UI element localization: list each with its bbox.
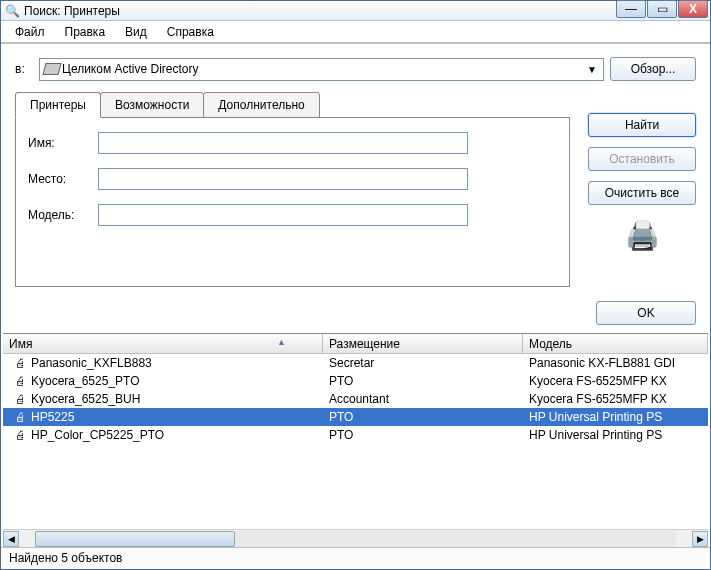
col-header-location[interactable]: Размещение (323, 334, 523, 353)
tabs-body: Имя: Место: Модель: (15, 117, 570, 287)
tab-features[interactable]: Возможности (100, 92, 204, 118)
cell-name: HP_Color_CP5225_PTO (25, 428, 170, 442)
scope-value: Целиком Active Directory (62, 62, 199, 76)
clear-button[interactable]: Очистить все (588, 181, 696, 205)
input-name[interactable] (98, 132, 468, 154)
cell-location: PTO (323, 410, 523, 424)
menu-edit[interactable]: Правка (57, 22, 114, 42)
menu-view[interactable]: Вид (117, 22, 155, 42)
tab-advanced[interactable]: Дополнительно (203, 92, 319, 118)
cell-name: HP5225 (25, 410, 80, 424)
table-row[interactable]: 🖨Kyocera_6525_BUHAccountantKyocera FS-65… (3, 390, 708, 408)
tabs-head: Принтеры Возможности Дополнительно (15, 92, 570, 118)
label-name: Имя: (28, 136, 98, 150)
table-row[interactable]: 🖨Kyocera_6525_PTOPTOKyocera FS-6525MFP K… (3, 372, 708, 390)
row-location: Место: (28, 168, 557, 190)
statusbar: Найдено 5 объектов (1, 547, 710, 569)
printer-icon: 🖨 (9, 410, 23, 424)
main-row: Принтеры Возможности Дополнительно Имя: … (1, 85, 710, 287)
scope-dropdown[interactable]: Целиком Active Directory ▼ (39, 58, 604, 81)
menu-file[interactable]: Файл (7, 22, 53, 42)
window-title: Поиск: Принтеры (24, 4, 120, 18)
scroll-thumb[interactable] (35, 531, 235, 547)
results-header: Имя ▲ Размещение Модель (3, 334, 708, 354)
tab-printers[interactable]: Принтеры (15, 92, 101, 118)
scroll-left-button[interactable]: ◀ (3, 531, 19, 547)
cell-name: Panasonic_KXFLB883 (25, 356, 158, 370)
row-model: Модель: (28, 204, 557, 226)
minimize-button[interactable]: — (616, 0, 646, 18)
label-location: Место: (28, 172, 98, 186)
input-model[interactable] (98, 204, 468, 226)
menu-help[interactable]: Справка (159, 22, 222, 42)
cell-model: HP Universal Printing PS (523, 410, 708, 424)
cell-location: Accountant (323, 392, 523, 406)
find-button[interactable]: Найти (588, 113, 696, 137)
menubar: Файл Правка Вид Справка (1, 21, 710, 43)
cell-name: Kyocera_6525_BUH (25, 392, 146, 406)
ok-row: OK (1, 287, 710, 333)
directory-icon (42, 63, 61, 75)
maximize-button[interactable]: ▭ (647, 0, 677, 18)
results-body: 🖨Panasonic_KXFLB883SecretarPanasonic KX-… (3, 354, 708, 529)
horizontal-scrollbar[interactable]: ◀ ▶ (3, 529, 708, 547)
tabs-panel: Принтеры Возможности Дополнительно Имя: … (15, 91, 570, 287)
cell-model: Kyocera FS-6525MFP KX (523, 374, 708, 388)
chevron-down-icon: ▼ (587, 64, 597, 75)
printer-icon: 🖨 (9, 392, 23, 406)
table-row[interactable]: 🖨HP_Color_CP5225_PTOPTOHP Universal Prin… (3, 426, 708, 444)
app-icon: 🔍 (5, 4, 20, 18)
scroll-right-button[interactable]: ▶ (692, 531, 708, 547)
cell-location: PTO (323, 374, 523, 388)
search-printer-icon: 🖨️ (588, 219, 696, 252)
scope-label: в: (15, 62, 33, 76)
cell-model: HP Universal Printing PS (523, 428, 708, 442)
col-header-model[interactable]: Модель (523, 334, 708, 353)
stop-button[interactable]: Остановить (588, 147, 696, 171)
table-row[interactable]: 🖨HP5225PTOHP Universal Printing PS (3, 408, 708, 426)
results-panel: Имя ▲ Размещение Модель 🖨Panasonic_KXFLB… (3, 333, 708, 547)
scope-row: в: Целиком Active Directory ▼ Обзор... (1, 45, 710, 85)
window-controls: — ▭ X (615, 0, 708, 18)
col-header-name[interactable]: Имя ▲ (3, 334, 323, 353)
browse-button[interactable]: Обзор... (610, 57, 696, 81)
input-location[interactable] (98, 168, 468, 190)
row-name: Имя: (28, 132, 557, 154)
titlebar[interactable]: 🔍 Поиск: Принтеры — ▭ X (1, 1, 710, 21)
sort-asc-icon: ▲ (277, 337, 286, 347)
label-model: Модель: (28, 208, 98, 222)
cell-location: Secretar (323, 356, 523, 370)
printer-icon: 🖨 (9, 428, 23, 442)
close-button[interactable]: X (678, 0, 708, 18)
side-buttons: Найти Остановить Очистить все 🖨️ (588, 91, 696, 287)
cell-model: Panasonic KX-FLB881 GDI (523, 356, 708, 370)
printer-icon: 🖨 (9, 356, 23, 370)
scroll-track[interactable] (35, 531, 676, 547)
table-row[interactable]: 🖨Panasonic_KXFLB883SecretarPanasonic KX-… (3, 354, 708, 372)
cell-location: PTO (323, 428, 523, 442)
cell-name: Kyocera_6525_PTO (25, 374, 146, 388)
printer-icon: 🖨 (9, 374, 23, 388)
search-window: 🔍 Поиск: Принтеры — ▭ X Файл Правка Вид … (0, 0, 711, 570)
cell-model: Kyocera FS-6525MFP KX (523, 392, 708, 406)
ok-button[interactable]: OK (596, 301, 696, 325)
